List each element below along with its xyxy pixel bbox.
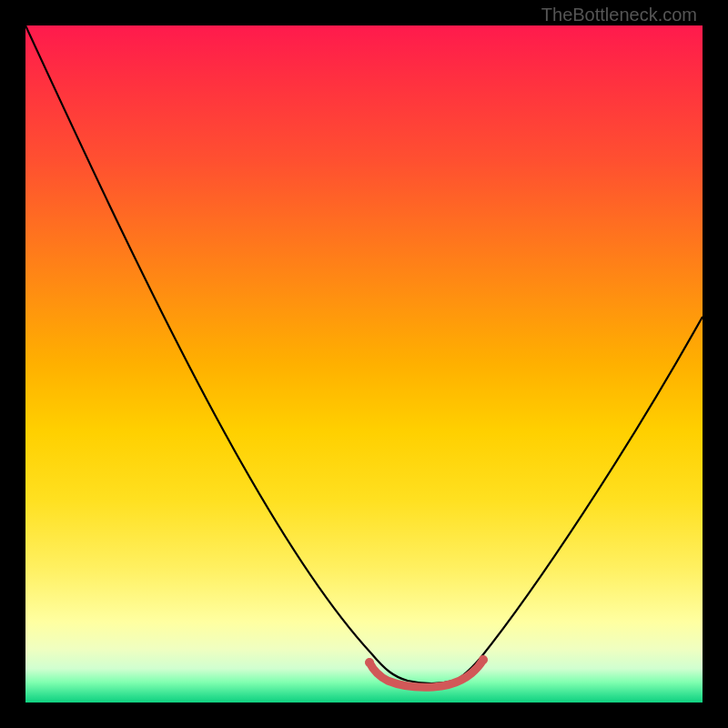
- marker-dot-right: [479, 655, 488, 664]
- plot-area: [25, 25, 703, 703]
- optimal-zone-marker-path: [369, 660, 483, 687]
- marker-dot-left: [365, 658, 374, 667]
- bottleneck-chart: TheBottleneck.com: [0, 0, 728, 728]
- chart-svg: [25, 25, 703, 703]
- bottleneck-curve-path: [25, 25, 703, 683]
- watermark-text: TheBottleneck.com: [541, 5, 697, 25]
